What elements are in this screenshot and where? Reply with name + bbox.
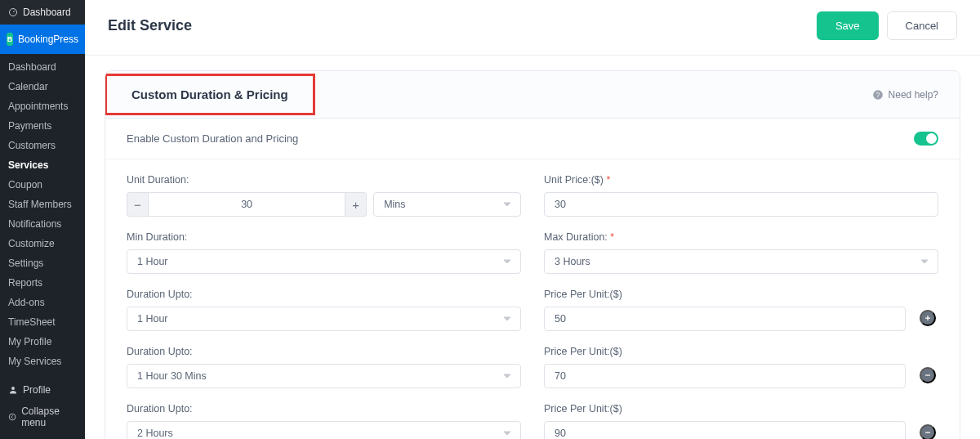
enable-label: Enable Custom Duration and Pricing <box>127 132 298 145</box>
sidebar-item-dashboard[interactable]: Dashboard <box>0 57 85 77</box>
duration-upto-label: Duration Upto: <box>127 346 521 357</box>
minus-icon <box>924 371 932 379</box>
cancel-button[interactable]: Cancel <box>887 11 957 40</box>
card-header: Custom Duration & Pricing ? Need help? <box>105 71 960 119</box>
svg-point-1 <box>11 387 15 390</box>
min-duration-value: 1 Hour <box>137 256 168 267</box>
unit-duration-unit-select[interactable]: Mins <box>373 192 521 217</box>
user-icon <box>8 385 18 395</box>
gauge-icon <box>8 7 18 17</box>
tier-duration-select[interactable]: 2 Hours <box>127 421 521 439</box>
sidebar-plugin-label: BookingPress <box>18 34 78 45</box>
sidebar-collapse-label: Collapse menu <box>21 405 77 428</box>
save-button[interactable]: Save <box>817 11 879 40</box>
price-per-unit-label: Price Per Unit:($) <box>544 403 906 414</box>
price-per-unit-label: Price Per Unit:($) <box>544 346 906 357</box>
sidebar-profile[interactable]: Profile <box>0 379 85 401</box>
custom-duration-card: Custom Duration & Pricing ? Need help? E… <box>105 70 960 439</box>
duration-upto-label: Duration Upto: <box>127 289 521 300</box>
minus-icon <box>924 428 932 437</box>
enable-toggle-row: Enable Custom Duration and Pricing <box>105 119 960 159</box>
sidebar-item-services[interactable]: Services <box>0 155 85 175</box>
sidebar-top-dashboard[interactable]: Dashboard <box>0 0 85 25</box>
highlighted-title: Custom Duration & Pricing <box>105 74 315 115</box>
svg-text:?: ? <box>875 91 880 98</box>
main-content: Edit Service Save Cancel Custom Duration… <box>85 0 980 439</box>
sidebar-item-my-services[interactable]: My Services <box>0 352 85 371</box>
min-duration-select[interactable]: 1 Hour <box>127 249 521 274</box>
bookingpress-icon: B <box>7 33 13 46</box>
card-title: Custom Duration & Pricing <box>131 87 288 101</box>
price-per-unit-label: Price Per Unit:($) <box>544 289 906 300</box>
sidebar-top-label: Dashboard <box>23 7 71 18</box>
max-duration-label: Max Duration: * <box>544 231 938 243</box>
admin-sidebar: Dashboard B BookingPress Dashboard Calen… <box>0 0 85 439</box>
tier-price-input[interactable] <box>544 364 906 388</box>
sidebar-collapse[interactable]: Collapse menu <box>0 401 85 433</box>
add-tier-button[interactable] <box>920 310 936 326</box>
sidebar-menu: Dashboard Calendar Appointments Payments… <box>0 54 85 374</box>
unit-duration-unit-value: Mins <box>384 199 405 210</box>
tier-price-input[interactable] <box>544 307 906 331</box>
sidebar-item-customize[interactable]: Customize <box>0 234 85 253</box>
enable-toggle[interactable] <box>914 132 938 146</box>
sidebar-plugin-bookingpress[interactable]: B BookingPress <box>0 25 85 54</box>
min-duration-label: Min Duration: <box>127 231 521 243</box>
remove-tier-button[interactable] <box>920 424 936 439</box>
tier-price-input[interactable] <box>544 421 906 439</box>
collapse-icon <box>8 412 16 422</box>
max-duration-select[interactable]: 3 Hours <box>544 249 938 274</box>
sidebar-item-my-profile[interactable]: My Profile <box>0 332 85 352</box>
tier-duration-select[interactable]: 1 Hour <box>127 307 521 331</box>
unit-duration-stepper: − 30 + <box>127 192 367 217</box>
sidebar-item-calendar[interactable]: Calendar <box>0 77 85 96</box>
sidebar-item-appointments[interactable]: Appointments <box>0 96 85 116</box>
plus-icon <box>924 314 932 322</box>
unit-price-input[interactable] <box>544 192 938 217</box>
tier-duration-value: 1 Hour <box>137 313 168 325</box>
sidebar-item-timesheet[interactable]: TimeSheet <box>0 312 85 332</box>
need-help-label: Need help? <box>889 89 938 101</box>
max-duration-value: 3 Hours <box>555 256 590 267</box>
sidebar-item-payments[interactable]: Payments <box>0 116 85 136</box>
need-help-link[interactable]: ? Need help? <box>872 89 938 101</box>
page-title: Edit Service <box>108 17 192 34</box>
sidebar-item-addons[interactable]: Add-ons <box>0 293 85 312</box>
tier-duration-select[interactable]: 1 Hour 30 Mins <box>127 364 521 388</box>
sidebar-item-staff-members[interactable]: Staff Members <box>0 195 85 214</box>
question-icon: ? <box>872 89 884 101</box>
sidebar-footer: Profile Collapse menu <box>0 374 85 439</box>
svg-point-2 <box>9 414 16 420</box>
unit-duration-label: Unit Duration: <box>127 174 521 186</box>
tier-duration-value: 1 Hour 30 Mins <box>137 370 207 382</box>
unit-duration-decrement[interactable]: − <box>127 192 148 217</box>
page-header: Edit Service Save Cancel <box>85 0 980 56</box>
unit-price-label: Unit Price:($) * <box>544 174 938 186</box>
sidebar-item-settings[interactable]: Settings <box>0 253 85 273</box>
duration-upto-label: Duration Upto: <box>127 403 521 414</box>
sidebar-profile-label: Profile <box>23 384 51 396</box>
sidebar-item-customers[interactable]: Customers <box>0 136 85 155</box>
unit-duration-value[interactable]: 30 <box>148 192 345 217</box>
tier-duration-value: 2 Hours <box>137 428 173 439</box>
sidebar-item-coupon[interactable]: Coupon <box>0 175 85 195</box>
sidebar-item-reports[interactable]: Reports <box>0 273 85 293</box>
sidebar-item-notifications[interactable]: Notifications <box>0 214 85 234</box>
remove-tier-button[interactable] <box>920 367 936 383</box>
unit-duration-increment[interactable]: + <box>345 192 367 217</box>
form-body: Unit Duration: − 30 + Mins <box>105 159 960 439</box>
